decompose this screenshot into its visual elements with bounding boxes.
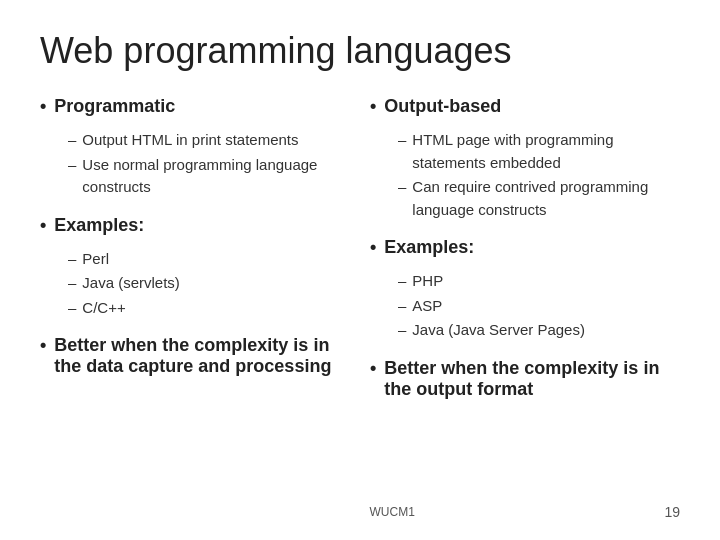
- slide-title: Web programming languages: [40, 30, 680, 72]
- left-bullet-3: Better when the complexity is in the dat…: [40, 335, 350, 377]
- left-column: Programmatic Output HTML in print statem…: [40, 96, 350, 494]
- left-sub-2-3: C/C++: [68, 297, 350, 320]
- left-sub-2-1: Perl: [68, 248, 350, 271]
- right-bullet-1: Output-based: [370, 96, 680, 117]
- left-sub-2-1-text: Perl: [82, 248, 350, 271]
- left-bullet-1: Programmatic: [40, 96, 350, 117]
- right-sub-2-3-text: Java (Java Server Pages): [412, 319, 680, 342]
- left-sub-1-2: Use normal programming language construc…: [68, 154, 350, 199]
- right-bullet-3-label: Better when the complexity is in the out…: [384, 358, 680, 400]
- left-sub-2-2-text: Java (servlets): [82, 272, 350, 295]
- left-bullet-1-sublist: Output HTML in print statements Use norm…: [68, 129, 350, 201]
- left-bullet-2: Examples:: [40, 215, 350, 236]
- right-bullet-1-label: Output-based: [384, 96, 680, 117]
- right-bullet-3: Better when the complexity is in the out…: [370, 358, 680, 400]
- left-sub-2-2: Java (servlets): [68, 272, 350, 295]
- left-sub-1-1: Output HTML in print statements: [68, 129, 350, 152]
- footer-center: WUCM1: [120, 505, 664, 519]
- right-sub-2-2: ASP: [398, 295, 680, 318]
- right-sub-1-1: HTML page with programming statements em…: [398, 129, 680, 174]
- right-sub-2-2-text: ASP: [412, 295, 680, 318]
- right-sub-1-2: Can require contrived programming langua…: [398, 176, 680, 221]
- left-sub-1-1-text: Output HTML in print statements: [82, 129, 350, 152]
- right-column: Output-based HTML page with programming …: [370, 96, 680, 494]
- slide: Web programming languages Programmatic O…: [0, 0, 720, 540]
- left-sub-2-3-text: C/C++: [82, 297, 350, 320]
- right-sub-1-2-text: Can require contrived programming langua…: [412, 176, 680, 221]
- footer-page-number: 19: [664, 504, 680, 520]
- left-bullet-1-label: Programmatic: [54, 96, 350, 117]
- footer: WUCM1 19: [40, 494, 680, 520]
- right-sub-1-1-text: HTML page with programming statements em…: [412, 129, 680, 174]
- left-bullet-2-sublist: Perl Java (servlets) C/C++: [68, 248, 350, 322]
- left-bullet-3-label: Better when the complexity is in the dat…: [54, 335, 350, 377]
- content-columns: Programmatic Output HTML in print statem…: [40, 96, 680, 494]
- right-sub-2-1-text: PHP: [412, 270, 680, 293]
- right-bullet-1-sublist: HTML page with programming statements em…: [398, 129, 680, 223]
- right-bullet-2: Examples:: [370, 237, 680, 258]
- right-sub-2-1: PHP: [398, 270, 680, 293]
- right-bullet-2-sublist: PHP ASP Java (Java Server Pages): [398, 270, 680, 344]
- right-sub-2-3: Java (Java Server Pages): [398, 319, 680, 342]
- left-bullet-2-label: Examples:: [54, 215, 350, 236]
- left-sub-1-2-text: Use normal programming language construc…: [82, 154, 350, 199]
- right-bullet-2-label: Examples:: [384, 237, 680, 258]
